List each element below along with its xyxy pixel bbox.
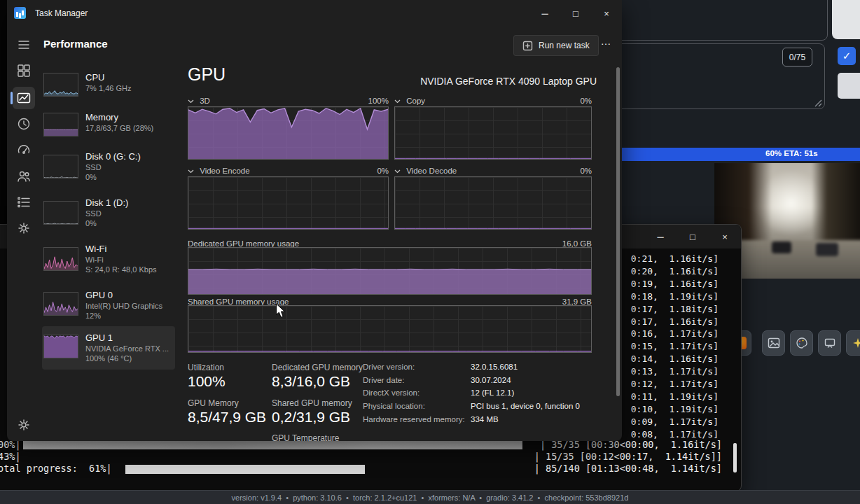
mouse-cursor [275, 303, 286, 318]
progress-row-stats: | 15/35 [00:12<00:17, 1.14it/s]] [534, 451, 722, 462]
hamburger-menu-icon[interactable] [17, 38, 31, 52]
task-manager-scrollbar-thumb[interactable] [616, 67, 620, 396]
detail-value: 334 MB [471, 415, 499, 424]
sidebar-item-processes[interactable] [17, 64, 31, 78]
perf-item-label: Disk 0 (G: C:) [85, 150, 141, 162]
checkbox-checked[interactable]: ✓ [838, 47, 856, 65]
perf-item-detail: SSD [85, 209, 128, 218]
perf-item-detail: 0% [85, 218, 128, 228]
terminal-line: 0:21, 1.16it/s] [631, 253, 719, 265]
terminal-line: 0:20, 1.16it/s] [631, 265, 719, 278]
terminal-close-button[interactable]: × [709, 225, 741, 248]
chart-max-value: 0% [580, 167, 592, 175]
chart-header-copy: Copy 0% [394, 97, 592, 106]
chevron-down-icon[interactable] [394, 99, 401, 104]
image-tool-button[interactable] [762, 330, 785, 356]
perf-item-label: Wi-Fi [85, 243, 157, 255]
stat-label: GPU Memory [188, 398, 239, 408]
perf-item-wifi[interactable]: Wi-Fi Wi-Fi S: 24,0 R: 48,0 Kbps [42, 239, 175, 284]
run-new-task-button[interactable]: Run new task [513, 35, 599, 56]
maximize-button[interactable]: □ [560, 0, 591, 27]
chevron-down-icon[interactable] [188, 169, 194, 174]
chart-title: Video Decode [406, 167, 457, 175]
settings-gear-icon[interactable] [17, 418, 31, 432]
terminal-minimize-button[interactable]: ─ [644, 225, 677, 248]
perf-item-label: GPU 1 [85, 332, 169, 344]
palette-tool-button[interactable] [790, 330, 813, 356]
generation-progress-bar: 60% ETA: 51s [622, 148, 860, 161]
chevron-down-icon[interactable] [188, 99, 194, 104]
webui-footer: version: v1.9.4 • python: 3.10.6 • torch… [0, 490, 860, 504]
chevron-down-icon[interactable] [394, 169, 401, 174]
stat-value: 8,3/16,0 GB [272, 373, 350, 390]
sidebar-item-details[interactable] [17, 195, 31, 209]
task-manager-titlebar[interactable]: Task Manager ─ □ × [7, 0, 622, 27]
maximize-icon: □ [690, 232, 695, 242]
terminal-line: 0:12, 1.17it/s] [631, 378, 719, 391]
terminal-line: 0:17, 1.18it/s] [631, 303, 719, 316]
close-icon: × [604, 8, 609, 19]
perf-item-cpu[interactable]: CPU 7% 1,46 GHz [42, 67, 175, 106]
terminal-progress-row: 43%| | 15/35 [00:12<00:17, 1.14it/s]] [0, 451, 741, 463]
terminal-line: 0:15, 1.17it/s] [631, 340, 719, 353]
chart-header-video-decode: Video Decode 0% [394, 167, 592, 176]
terminal-line: 0:17, 1.16it/s] [631, 316, 719, 328]
sidebar-item-users[interactable] [17, 169, 31, 183]
resize-handle-icon[interactable] [813, 98, 822, 107]
chart-max-value: 100% [368, 97, 389, 105]
check-icon: ✓ [842, 50, 852, 62]
close-icon: × [722, 232, 728, 242]
run-new-task-icon [522, 41, 533, 51]
perf-item-label: GPU 0 [85, 289, 162, 301]
perf-item-gpu1-selected[interactable]: GPU 1 NVIDIA GeForce RTX ... 100% (46 °C… [42, 326, 175, 370]
small-panel[interactable] [838, 73, 860, 99]
progress-row-label: otal progress: 61%| [0, 463, 112, 474]
close-button[interactable]: × [591, 0, 622, 27]
minimize-icon: ─ [657, 232, 663, 242]
minimize-button[interactable]: ─ [529, 0, 560, 27]
sidebar-item-services[interactable] [17, 221, 31, 235]
run-new-task-label: Run new task [539, 41, 590, 50]
progress-label: 60% ETA: 51s [765, 149, 818, 158]
more-options-button[interactable]: … [597, 34, 615, 53]
gpu-3d-chart [188, 106, 389, 160]
perf-item-gpu0[interactable]: GPU 0 Intel(R) UHD Graphics 12% [42, 285, 175, 326]
disk1-mini-chart [43, 201, 78, 225]
chart-header-3d: 3D 100% [188, 97, 389, 106]
sidebar-item-performance[interactable] [17, 91, 31, 105]
tqdm-bar-partial [125, 465, 365, 474]
detail-value: 32.0.15.6081 [471, 363, 518, 371]
chart-title: 3D [200, 97, 210, 105]
perf-item-disk0[interactable]: Disk 0 (G: C:) SSD 0% [42, 146, 175, 191]
easel-tool-button[interactable] [818, 330, 841, 356]
more-options-icon: … [601, 35, 611, 47]
perf-item-detail: 12% [85, 311, 162, 321]
perf-item-detail: NVIDIA GeForce RTX ... [85, 344, 169, 354]
shared-memory-chart [188, 305, 592, 353]
detail-label: Driver date: [363, 376, 404, 384]
side-panel [832, 0, 860, 39]
memory-mini-chart [43, 113, 78, 136]
detail-label: Physical location: [363, 402, 425, 410]
perf-item-memory[interactable]: Memory 17,8/63,7 GB (28%) [42, 107, 175, 145]
terminal-line: 0:11, 1.19it/s] [631, 391, 719, 403]
perf-item-disk1[interactable]: Disk 1 (D:) SSD 0% [42, 192, 175, 237]
perf-item-detail: 7% 1,46 GHz [85, 83, 131, 93]
page-title: Performance [43, 38, 108, 50]
sidebar-item-startup-apps[interactable] [17, 143, 31, 157]
image-icon [768, 337, 780, 349]
maximize-icon: □ [573, 8, 578, 19]
perf-item-detail: S: 24,0 R: 48,0 Kbps [85, 265, 157, 274]
minimize-icon: ─ [541, 8, 548, 19]
sparkle-tool-button[interactable] [846, 330, 860, 356]
sparkle-icon [852, 337, 860, 349]
terminal-progress-row: otal progress: 61%| | 85/140 [01:13<00:4… [0, 463, 741, 475]
stat-value: 8,5/47,9 GB [188, 409, 266, 426]
task-manager-app-icon [14, 7, 26, 19]
easel-icon [824, 337, 836, 349]
sidebar-item-app-history[interactable] [17, 117, 31, 131]
task-manager-window[interactable]: Task Manager ─ □ × Performance Run new t… [7, 0, 622, 441]
stat-value: 100% [188, 373, 226, 390]
gpu-video-decode-chart [394, 176, 592, 230]
terminal-maximize-button[interactable]: □ [677, 225, 709, 248]
